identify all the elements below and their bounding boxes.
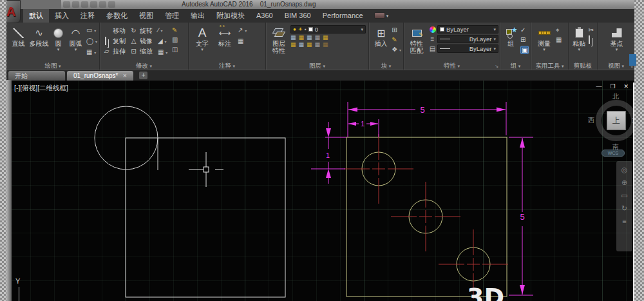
- tab-performance[interactable]: Performance: [317, 9, 369, 23]
- circle-button[interactable]: 圆 ▾: [50, 24, 66, 52]
- layer-properties-button[interactable]: 图层特性: [269, 24, 289, 55]
- line-button[interactable]: 直线: [9, 24, 28, 48]
- rotate-button[interactable]: ↻旋转: [129, 26, 156, 35]
- cut-button[interactable]: ✂: [589, 26, 595, 34]
- viewcube-west[interactable]: 西: [588, 116, 594, 125]
- dimension-button[interactable]: **⟷ 标注: [213, 24, 236, 48]
- object-color-select[interactable]: ByLayer ▾: [437, 25, 498, 34]
- group-button[interactable]: ★ 组: [503, 24, 519, 48]
- file-tab-start[interactable]: 开始: [8, 71, 65, 81]
- transparency-button[interactable]: ▤: [430, 45, 435, 52]
- id-point-button[interactable]: ⌖: [556, 26, 564, 34]
- close-icon[interactable]: ✕: [123, 73, 128, 79]
- match-properties-button[interactable]: ✎ 特性匹配: [406, 24, 427, 55]
- insert-block-button[interactable]: ⊞ 插入: [372, 24, 390, 48]
- qat-icon[interactable]: [63, 1, 70, 8]
- panel-label-layers[interactable]: 图层 ▾: [266, 61, 368, 70]
- array-button[interactable]: ▦ ▾: [158, 48, 170, 57]
- pan-icon[interactable]: ⊕: [621, 179, 627, 186]
- qat-icon[interactable]: [72, 1, 79, 8]
- tab-parametric[interactable]: 参数化: [100, 9, 133, 23]
- viewcube-top-face[interactable]: 上: [607, 111, 626, 130]
- qat-icon[interactable]: [81, 1, 88, 8]
- white-square-entity[interactable]: [95, 106, 285, 297]
- ellipse-tool-button[interactable]: ◯ ▾: [86, 37, 97, 46]
- dialog-launcher-icon[interactable]: ↘: [495, 64, 498, 69]
- layer-tool-icon[interactable]: ▦: [299, 42, 305, 48]
- hatch-tool-button[interactable]: ▦ ▾: [86, 48, 97, 57]
- chevron-down-icon[interactable]: ▾: [578, 48, 581, 52]
- dimension-width-5[interactable]: 5: [348, 102, 506, 137]
- orbit-icon[interactable]: ↻: [621, 205, 627, 212]
- record-icon[interactable]: [374, 12, 385, 19]
- measure-button[interactable]: 测量 ▾: [534, 24, 554, 52]
- chevron-down-icon[interactable]: ▾: [616, 48, 618, 52]
- tab-addins[interactable]: 附加模块: [211, 9, 251, 23]
- quick-calc-button[interactable]: ▦: [556, 36, 564, 43]
- edit-block-button[interactable]: ✎: [392, 36, 401, 43]
- tab-manage[interactable]: 管理: [159, 9, 185, 23]
- color-wheel-icon[interactable]: [430, 26, 436, 33]
- drawing-canvas[interactable]: [-] [俯视] [二维线框] — ❐ ✕: [6, 81, 635, 301]
- navigation-bar[interactable]: ◎ ⊕ ▭ ↻ ≡: [616, 161, 632, 251]
- dimension-offset-1-vertical[interactable]: 1: [311, 122, 346, 184]
- polyline-button[interactable]: ∿ 多段线: [28, 24, 50, 48]
- edit-button[interactable]: ✎: [172, 26, 180, 34]
- linetype-select[interactable]: ByLayer ▾: [437, 44, 498, 53]
- linetype-button[interactable]: ≡: [431, 35, 435, 43]
- layer-tool-icon[interactable]: ▦: [307, 42, 312, 48]
- create-block-button[interactable]: ⊞: [392, 26, 401, 34]
- block-attributes-button[interactable]: ❖ ▾: [392, 46, 401, 54]
- move-button[interactable]: 移动: [102, 26, 129, 35]
- dimension-offset-1-horizontal[interactable]: 1: [348, 119, 379, 137]
- stretch-button[interactable]: ▱拉伸: [102, 47, 129, 55]
- showmotion-icon[interactable]: ≡: [622, 218, 626, 225]
- layer-tool-icon[interactable]: ▦: [323, 42, 328, 48]
- dimension-height-5[interactable]: 5: [509, 137, 533, 295]
- tab-a360[interactable]: A360: [251, 9, 279, 23]
- panel-label-annotation[interactable]: 注释 ▾: [189, 61, 265, 70]
- chevron-down-icon[interactable]: ▾: [201, 48, 204, 52]
- layer-tool-icon[interactable]: ▦: [290, 35, 296, 41]
- qat-icon[interactable]: [99, 1, 106, 8]
- panel-label-group[interactable]: 组 ▾: [500, 61, 531, 70]
- chevron-down-icon[interactable]: ▾: [386, 9, 389, 23]
- layer-tool-icon[interactable]: ▦: [299, 35, 305, 41]
- mirror-button[interactable]: △镜像: [129, 37, 156, 45]
- copy-button[interactable]: 复制: [102, 37, 129, 45]
- wcs-menu[interactable]: WCS: [601, 150, 625, 157]
- zoom-extents-icon[interactable]: ▭: [621, 192, 627, 199]
- layer-tool-icon[interactable]: ▦: [323, 35, 328, 41]
- quick-access-toolbar[interactable]: [63, 1, 115, 8]
- paste-button[interactable]: 粘贴 ▾: [571, 24, 587, 52]
- tab-bim360[interactable]: BIM 360: [279, 9, 317, 23]
- tab-annotate[interactable]: 注释: [75, 9, 100, 23]
- file-tab-active[interactable]: 01_runOsnaps* ✕: [67, 71, 133, 81]
- table-button[interactable]: ▦: [238, 37, 247, 44]
- panel-label-modify[interactable]: 修改 ▾: [100, 61, 188, 70]
- copy-clip-button[interactable]: [589, 36, 595, 43]
- lineweight-select[interactable]: ByLayer ▾: [437, 35, 498, 43]
- full-nav-wheel-icon[interactable]: ◎: [621, 166, 628, 173]
- arc-button[interactable]: ◠ 圆弧 ▾: [66, 24, 85, 52]
- layer-tool-icon[interactable]: ▦: [315, 42, 321, 48]
- group-selection-toggle[interactable]: ▣: [520, 46, 529, 54]
- center-marks[interactable]: [344, 134, 508, 299]
- panel-label-clipboard[interactable]: 剪贴板: [569, 61, 597, 70]
- base-point-button[interactable]: 基点 ▾: [607, 24, 627, 52]
- section-button[interactable]: ◫: [172, 46, 180, 53]
- ungroup-button[interactable]: ✓: [520, 26, 529, 34]
- viewcube-north[interactable]: 北: [612, 92, 619, 101]
- trim-button[interactable]: ∕ ▾: [158, 26, 170, 35]
- text-button[interactable]: A 文字 ▾: [191, 24, 213, 52]
- layer-tool-icon[interactable]: ▦: [307, 35, 312, 41]
- layer-tool-icon[interactable]: ▦: [315, 35, 321, 41]
- drawing-geometry[interactable]: 5 1 1: [6, 81, 635, 301]
- qat-icon[interactable]: [90, 1, 97, 8]
- panel-label-block[interactable]: 块 ▾: [369, 61, 403, 70]
- panel-label-utilities[interactable]: 实用工具 ▾: [531, 61, 568, 70]
- rectangle-tool-button[interactable]: ▭ ▾: [86, 26, 97, 35]
- tab-insert[interactable]: 插入: [49, 9, 75, 23]
- chevron-down-icon[interactable]: ▾: [57, 48, 60, 52]
- tab-default[interactable]: 默认: [23, 9, 49, 23]
